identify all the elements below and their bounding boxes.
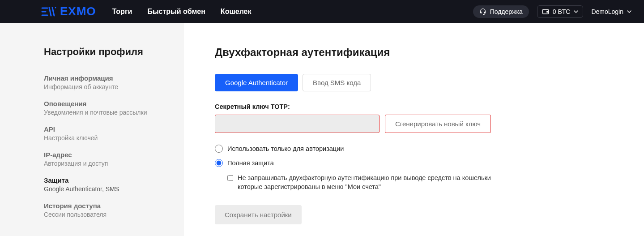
svg-rect-1 (546, 11, 549, 13)
sidebar-item-label: Оповещения (44, 99, 165, 108)
support-button[interactable]: Поддержка (473, 5, 529, 18)
chevron-down-icon (627, 9, 631, 14)
wallet-icon (542, 8, 549, 15)
checkbox-skip-registered-wallets-input[interactable] (227, 174, 233, 182)
totp-secret-label: Секретный ключ TOTP: (215, 103, 613, 110)
checkbox-skip-registered-wallets[interactable]: Не запрашивать двухфакторную аутентифика… (227, 173, 514, 192)
top-header: EXMO Торги Быстрый обмен Кошелек Поддерж… (0, 0, 644, 23)
sidebar-title: Настройки профиля (44, 46, 165, 58)
brand-logo[interactable]: EXMO (41, 4, 96, 18)
sidebar-item-personal-info[interactable]: Личная информация Информация об аккаунте (44, 74, 165, 91)
sidebar-item-sublabel: Авторизация и доступ (44, 159, 165, 168)
sidebar-item-label: Защита (44, 176, 165, 185)
radio-auth-only-input[interactable] (215, 145, 223, 153)
totp-key-row: Сгенерировать новый ключ (215, 115, 613, 133)
headset-icon (479, 8, 486, 15)
nav-quick-exchange[interactable]: Быстрый обмен (147, 8, 205, 16)
protection-mode-group: Использовать только для авторизации Полн… (215, 145, 613, 192)
sidebar-item-access-history[interactable]: История доступа Сессии пользователя (44, 202, 165, 219)
tab-sms-code[interactable]: Ввод SMS кода (303, 74, 371, 91)
balance-dropdown[interactable]: 0 BTC (537, 5, 584, 18)
page-heading: Двухфакторная аутентификация (215, 46, 613, 59)
user-dropdown[interactable]: DemoLogin (591, 8, 631, 15)
content-area: Настройки профиля Личная информация Инфо… (0, 23, 644, 236)
totp-secret-input[interactable] (215, 115, 380, 133)
sidebar-item-sublabel: Уведомления и почтовые рассылки (44, 108, 165, 117)
sidebar-item-ip-address[interactable]: IP-адрес Авторизация и доступ (44, 150, 165, 168)
settings-sidebar: Настройки профиля Личная информация Инфо… (0, 23, 183, 236)
sidebar-item-label: API (44, 125, 165, 134)
sidebar-item-label: История доступа (44, 202, 165, 210)
balance-value: 0 BTC (553, 8, 571, 15)
brand-name: EXMO (60, 4, 96, 18)
save-settings-button[interactable]: Сохранить настройки (215, 205, 302, 224)
logo-mark-icon (41, 7, 56, 17)
checkbox-skip-registered-wallets-label: Не запрашивать двухфакторную аутентифика… (238, 173, 514, 192)
sidebar-item-sublabel: Настройка ключей (44, 134, 165, 143)
radio-auth-only-label: Использовать только для авторизации (227, 145, 344, 152)
radio-auth-only[interactable]: Использовать только для авторизации (215, 145, 613, 153)
sidebar-item-sublabel: Информация об аккаунте (44, 83, 165, 92)
sidebar-item-notifications[interactable]: Оповещения Уведомления и почтовые рассыл… (44, 99, 165, 117)
radio-full-protection-input[interactable] (215, 159, 223, 167)
sidebar-item-label: Личная информация (44, 74, 165, 83)
main-nav: Торги Быстрый обмен Кошелек (112, 8, 252, 16)
main-panel: Двухфакторная аутентификация Google Auth… (183, 23, 644, 236)
auth-method-tabs: Google Authenticator Ввод SMS кода (215, 74, 613, 91)
radio-full-protection[interactable]: Полная защита (215, 159, 613, 167)
sidebar-item-api[interactable]: API Настройка ключей (44, 125, 165, 142)
user-name: DemoLogin (591, 8, 623, 15)
sidebar-item-sublabel: Google Authenticator, SMS (44, 185, 165, 194)
nav-wallet[interactable]: Кошелек (221, 8, 252, 16)
header-right: Поддержка 0 BTC DemoLogin (473, 5, 631, 18)
generate-key-button[interactable]: Сгенерировать новый ключ (385, 115, 491, 133)
chevron-down-icon (574, 9, 578, 14)
radio-full-protection-label: Полная защита (227, 159, 274, 167)
sidebar-item-label: IP-адрес (44, 150, 165, 159)
tab-google-authenticator[interactable]: Google Authenticator (215, 74, 298, 91)
sidebar-item-sublabel: Сессии пользователя (44, 210, 165, 219)
support-label: Поддержка (490, 8, 523, 15)
sidebar-item-security[interactable]: Защита Google Authenticator, SMS (44, 176, 165, 193)
nav-trades[interactable]: Торги (112, 8, 132, 16)
